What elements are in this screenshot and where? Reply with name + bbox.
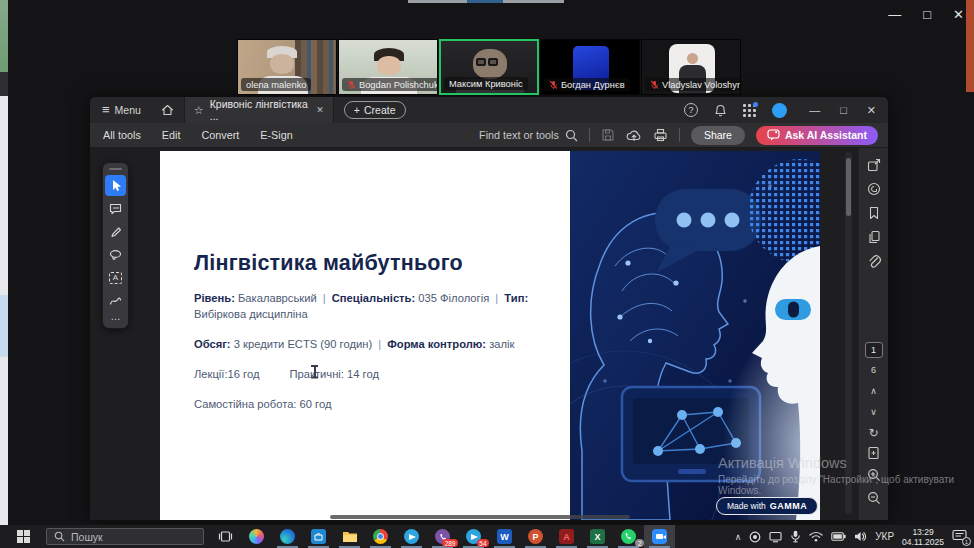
home-icon [161, 104, 174, 116]
language-indicator[interactable]: УКР [875, 531, 894, 542]
taskbar-clock[interactable]: 13:29 04.11.2025 [902, 527, 944, 547]
participant-video-5[interactable]: Vladyslav Voloshyn [641, 39, 741, 95]
tab-edit[interactable]: Edit [162, 129, 181, 141]
hamburger-icon: ≡ [102, 105, 110, 115]
task-view-button[interactable] [210, 525, 241, 548]
tab-esign[interactable]: E-Sign [260, 129, 292, 141]
volume-icon[interactable] [854, 531, 867, 542]
favorite-star-icon[interactable]: ☆ [194, 104, 204, 117]
mic-muted-icon [347, 80, 356, 90]
microphone-icon[interactable] [790, 530, 801, 543]
word-button[interactable]: W [489, 525, 520, 548]
edge-icon [280, 529, 295, 544]
participant-video-2[interactable]: Bogdan Polishchuk [338, 39, 438, 95]
tab-all-tools[interactable]: All tools [103, 129, 141, 141]
scrollbar-thumb[interactable] [846, 158, 851, 216]
notifications-bell-icon[interactable] [714, 103, 727, 117]
display-cast-icon[interactable] [769, 531, 782, 543]
next-page-button[interactable]: ∨ [870, 408, 877, 417]
copilot-icon [249, 529, 264, 544]
zoom-taskbar-button[interactable] [644, 525, 675, 548]
tab-close-icon[interactable]: ✕ [316, 105, 324, 115]
chrome-button[interactable] [365, 525, 396, 548]
user-avatar[interactable] [772, 103, 787, 118]
zoom-out-button[interactable] [867, 490, 881, 505]
zoom-icon [652, 529, 667, 544]
menu-label: Menu [115, 104, 141, 116]
page-number-box[interactable]: 1 [865, 342, 883, 358]
background-window-strip [0, 0, 8, 525]
excel-button[interactable]: X [582, 525, 613, 548]
tray-expand-chevron[interactable]: ∧ [735, 532, 742, 542]
zoom-in-button[interactable] [867, 467, 881, 482]
horizontal-scrollbar[interactable] [330, 515, 630, 519]
upload-cloud-button[interactable] [626, 129, 642, 142]
pencil-icon [110, 226, 122, 238]
help-button[interactable]: ? [684, 103, 698, 117]
select-tool-button[interactable] [105, 175, 126, 196]
participant-video-1[interactable]: olena malenko [237, 39, 337, 95]
acrobat-taskbar-button[interactable]: A [551, 525, 582, 548]
save-button[interactable] [601, 128, 615, 142]
battery-icon[interactable] [831, 532, 846, 541]
file-explorer-button[interactable] [334, 525, 365, 548]
background-window-strip-right [966, 0, 974, 92]
close-icon[interactable]: ✕ [953, 8, 964, 22]
fit-page-button[interactable] [867, 445, 880, 460]
edge-button[interactable] [272, 525, 303, 548]
vertical-scrollbar[interactable] [845, 152, 852, 514]
divider [679, 128, 680, 142]
comments-panel-button[interactable] [867, 181, 881, 196]
document-tab[interactable]: ☆ Кривоніс лінгвістика ... ✕ [184, 97, 334, 123]
store-icon [311, 529, 326, 544]
titlebar-right-cluster: ? — □ ✕ [684, 103, 888, 118]
made-with-gamma-badge[interactable]: Made with GAMMA [716, 497, 818, 515]
wifi-icon[interactable] [809, 531, 823, 542]
close-icon[interactable]: ✕ [867, 104, 876, 117]
tab-convert[interactable]: Convert [201, 129, 239, 141]
home-button[interactable] [151, 104, 184, 116]
panel-drag-handle[interactable] [109, 168, 122, 170]
paperclip-icon [867, 254, 881, 268]
copilot-button[interactable] [241, 525, 272, 548]
participant-video-4[interactable]: Богдан Дурнєв [540, 39, 640, 95]
start-button[interactable] [0, 525, 46, 548]
notification-center-button[interactable]: 1 [952, 529, 969, 544]
store-button[interactable] [303, 525, 334, 548]
previous-page-button[interactable]: ∧ [870, 387, 877, 396]
maximize-icon[interactable]: □ [923, 8, 931, 22]
pages-panel-button[interactable] [867, 229, 881, 244]
ask-ai-label: Ask AI Assistant [785, 129, 867, 141]
participant-name: olena malenko [246, 80, 306, 90]
menu-button[interactable]: ≡ Menu [90, 104, 151, 116]
lasso-tool-button[interactable] [105, 244, 126, 265]
print-button[interactable] [653, 128, 668, 142]
restore-icon[interactable]: □ [840, 104, 847, 117]
more-tools-button[interactable]: … [111, 313, 121, 325]
mic-muted-icon [650, 80, 659, 90]
bookmarks-panel-button[interactable] [868, 205, 880, 220]
highlight-tool-button[interactable] [105, 221, 126, 242]
clock-time: 13:29 [902, 527, 944, 537]
record-indicator-icon[interactable] [749, 531, 761, 543]
attachments-panel-button[interactable] [867, 253, 881, 268]
rotate-page-button[interactable]: ↻ [868, 428, 878, 439]
ask-ai-assistant-button[interactable]: Ask AI Assistant [756, 126, 878, 145]
minimize-icon[interactable]: — [809, 104, 820, 117]
telegram-alt-button[interactable]: 54 [458, 525, 489, 548]
taskbar-search-box[interactable]: Пошук [46, 528, 204, 545]
telegram-button[interactable] [396, 525, 427, 548]
participant-video-3-active-speaker[interactable]: Максим Кривоніс [439, 39, 539, 95]
whatsapp-button[interactable]: 2 [613, 525, 644, 548]
sign-tool-button[interactable] [105, 290, 126, 311]
share-button[interactable]: Share [691, 126, 745, 145]
minimize-icon[interactable]: — [888, 8, 901, 22]
find-field[interactable]: Find text or tools [479, 129, 578, 142]
create-button[interactable]: + Create [344, 101, 406, 119]
powerpoint-button[interactable]: P [520, 525, 551, 548]
text-select-tool-button[interactable]: A [105, 267, 126, 288]
viber-button[interactable]: 289 [427, 525, 458, 548]
comment-tool-button[interactable] [105, 198, 126, 219]
export-panel-button[interactable] [867, 157, 881, 172]
apps-grid-icon[interactable] [743, 104, 756, 117]
